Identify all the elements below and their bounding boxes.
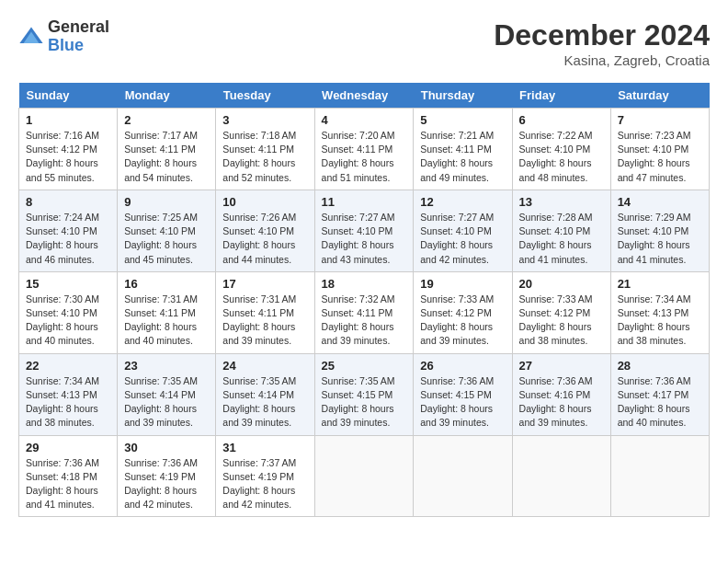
calendar-cell: 1 Sunrise: 7:16 AMSunset: 4:12 PMDayligh… xyxy=(19,109,118,190)
day-number: 30 xyxy=(124,441,209,454)
weekday-header-saturday: Saturday xyxy=(610,83,709,109)
calendar-cell: 12 Sunrise: 7:27 AMSunset: 4:10 PMDaylig… xyxy=(414,190,512,271)
day-info: Sunrise: 7:21 AMSunset: 4:11 PMDaylight:… xyxy=(420,129,505,185)
calendar-cell: 16 Sunrise: 7:31 AMSunset: 4:11 PMDaylig… xyxy=(118,271,216,353)
day-info: Sunrise: 7:36 AMSunset: 4:17 PMDaylight:… xyxy=(618,374,702,431)
day-number: 18 xyxy=(322,277,407,291)
day-info: Sunrise: 7:25 AMSunset: 4:10 PMDaylight:… xyxy=(124,211,209,267)
day-info: Sunrise: 7:27 AMSunset: 4:10 PMDaylight:… xyxy=(420,211,505,267)
calendar-cell: 7 Sunrise: 7:23 AMSunset: 4:10 PMDayligh… xyxy=(610,109,709,190)
day-number: 25 xyxy=(322,359,407,373)
day-number: 27 xyxy=(519,359,604,373)
calendar-cell: 11 Sunrise: 7:27 AMSunset: 4:10 PMDaylig… xyxy=(314,190,414,271)
weekday-header-friday: Friday xyxy=(512,83,610,109)
day-number: 7 xyxy=(618,113,702,127)
day-info: Sunrise: 7:34 AMSunset: 4:13 PMDaylight:… xyxy=(618,293,702,349)
month-title: December 2024 xyxy=(494,18,710,52)
day-info: Sunrise: 7:36 AMSunset: 4:15 PMDaylight:… xyxy=(420,374,505,431)
calendar-cell: 27 Sunrise: 7:36 AMSunset: 4:16 PMDaylig… xyxy=(512,353,610,435)
calendar-cell: 23 Sunrise: 7:35 AMSunset: 4:14 PMDaylig… xyxy=(118,353,216,435)
day-number: 15 xyxy=(26,277,110,291)
calendar-cell: 4 Sunrise: 7:20 AMSunset: 4:11 PMDayligh… xyxy=(314,109,414,190)
logo-blue: Blue xyxy=(48,37,109,55)
calendar-cell: 24 Sunrise: 7:35 AMSunset: 4:14 PMDaylig… xyxy=(216,353,314,435)
calendar-cell: 28 Sunrise: 7:36 AMSunset: 4:17 PMDaylig… xyxy=(610,353,709,435)
weekday-header-monday: Monday xyxy=(118,83,216,109)
calendar-cell: 13 Sunrise: 7:28 AMSunset: 4:10 PMDaylig… xyxy=(512,190,610,271)
day-info: Sunrise: 7:36 AMSunset: 4:16 PMDaylight:… xyxy=(519,374,604,431)
day-info: Sunrise: 7:36 AMSunset: 4:19 PMDaylight:… xyxy=(124,456,209,512)
day-info: Sunrise: 7:16 AMSunset: 4:12 PMDaylight:… xyxy=(26,129,110,185)
logo-general: General xyxy=(48,18,109,37)
calendar-cell: 21 Sunrise: 7:34 AMSunset: 4:13 PMDaylig… xyxy=(610,271,709,353)
day-info: Sunrise: 7:33 AMSunset: 4:12 PMDaylight:… xyxy=(420,293,505,349)
calendar-cell: 17 Sunrise: 7:31 AMSunset: 4:11 PMDaylig… xyxy=(216,271,314,353)
calendar-week-3: 15 Sunrise: 7:30 AMSunset: 4:10 PMDaylig… xyxy=(19,271,710,353)
calendar-week-2: 8 Sunrise: 7:24 AMSunset: 4:10 PMDayligh… xyxy=(19,190,710,271)
weekday-header-sunday: Sunday xyxy=(19,83,118,109)
day-info: Sunrise: 7:37 AMSunset: 4:19 PMDaylight:… xyxy=(222,456,307,512)
calendar-cell: 22 Sunrise: 7:34 AMSunset: 4:13 PMDaylig… xyxy=(19,353,118,435)
logo-icon xyxy=(18,24,44,50)
day-info: Sunrise: 7:35 AMSunset: 4:15 PMDaylight:… xyxy=(322,374,407,431)
day-number: 16 xyxy=(124,277,209,291)
calendar-cell: 8 Sunrise: 7:24 AMSunset: 4:10 PMDayligh… xyxy=(19,190,118,271)
calendar-cell: 3 Sunrise: 7:18 AMSunset: 4:11 PMDayligh… xyxy=(216,109,314,190)
day-info: Sunrise: 7:35 AMSunset: 4:14 PMDaylight:… xyxy=(222,374,307,431)
day-info: Sunrise: 7:23 AMSunset: 4:10 PMDaylight:… xyxy=(618,129,702,185)
calendar-cell xyxy=(512,435,610,517)
logo: General Blue xyxy=(18,18,109,55)
calendar-week-4: 22 Sunrise: 7:34 AMSunset: 4:13 PMDaylig… xyxy=(19,353,710,435)
day-info: Sunrise: 7:31 AMSunset: 4:11 PMDaylight:… xyxy=(124,293,209,349)
day-number: 10 xyxy=(222,195,307,209)
calendar-cell: 14 Sunrise: 7:29 AMSunset: 4:10 PMDaylig… xyxy=(610,190,709,271)
day-number: 2 xyxy=(124,113,209,127)
calendar-cell: 5 Sunrise: 7:21 AMSunset: 4:11 PMDayligh… xyxy=(414,109,512,190)
calendar-cell: 19 Sunrise: 7:33 AMSunset: 4:12 PMDaylig… xyxy=(414,271,512,353)
calendar: SundayMondayTuesdayWednesdayThursdayFrid… xyxy=(18,83,710,517)
day-info: Sunrise: 7:31 AMSunset: 4:11 PMDaylight:… xyxy=(222,293,307,349)
day-info: Sunrise: 7:24 AMSunset: 4:10 PMDaylight:… xyxy=(26,211,110,267)
day-number: 1 xyxy=(26,113,110,127)
calendar-cell: 9 Sunrise: 7:25 AMSunset: 4:10 PMDayligh… xyxy=(118,190,216,271)
day-number: 31 xyxy=(222,441,307,454)
title-block: December 2024 Kasina, Zagreb, Croatia xyxy=(494,18,710,68)
weekday-header-row: SundayMondayTuesdayWednesdayThursdayFrid… xyxy=(19,83,710,109)
day-info: Sunrise: 7:34 AMSunset: 4:13 PMDaylight:… xyxy=(26,374,110,431)
logo-text: General Blue xyxy=(48,18,109,55)
day-info: Sunrise: 7:22 AMSunset: 4:10 PMDaylight:… xyxy=(519,129,604,185)
day-number: 22 xyxy=(26,359,110,373)
day-info: Sunrise: 7:27 AMSunset: 4:10 PMDaylight:… xyxy=(322,211,407,267)
day-info: Sunrise: 7:26 AMSunset: 4:10 PMDaylight:… xyxy=(222,211,307,267)
day-number: 28 xyxy=(618,359,702,373)
calendar-cell: 2 Sunrise: 7:17 AMSunset: 4:11 PMDayligh… xyxy=(118,109,216,190)
day-info: Sunrise: 7:17 AMSunset: 4:11 PMDaylight:… xyxy=(124,129,209,185)
day-number: 5 xyxy=(420,113,505,127)
calendar-cell xyxy=(610,435,709,517)
page-header: General Blue December 2024 Kasina, Zagre… xyxy=(18,18,710,68)
calendar-week-1: 1 Sunrise: 7:16 AMSunset: 4:12 PMDayligh… xyxy=(19,109,710,190)
day-info: Sunrise: 7:28 AMSunset: 4:10 PMDaylight:… xyxy=(519,211,604,267)
calendar-cell: 15 Sunrise: 7:30 AMSunset: 4:10 PMDaylig… xyxy=(19,271,118,353)
day-info: Sunrise: 7:36 AMSunset: 4:18 PMDaylight:… xyxy=(26,456,110,512)
day-number: 11 xyxy=(322,195,407,209)
calendar-cell: 30 Sunrise: 7:36 AMSunset: 4:19 PMDaylig… xyxy=(118,435,216,517)
day-number: 14 xyxy=(618,195,702,209)
day-number: 6 xyxy=(519,113,604,127)
day-number: 8 xyxy=(26,195,110,209)
calendar-cell: 20 Sunrise: 7:33 AMSunset: 4:12 PMDaylig… xyxy=(512,271,610,353)
day-info: Sunrise: 7:29 AMSunset: 4:10 PMDaylight:… xyxy=(618,211,702,267)
day-number: 19 xyxy=(420,277,505,291)
day-info: Sunrise: 7:20 AMSunset: 4:11 PMDaylight:… xyxy=(322,129,407,185)
day-number: 17 xyxy=(222,277,307,291)
day-number: 26 xyxy=(420,359,505,373)
calendar-cell xyxy=(314,435,414,517)
calendar-cell: 29 Sunrise: 7:36 AMSunset: 4:18 PMDaylig… xyxy=(19,435,118,517)
calendar-cell: 26 Sunrise: 7:36 AMSunset: 4:15 PMDaylig… xyxy=(414,353,512,435)
day-info: Sunrise: 7:30 AMSunset: 4:10 PMDaylight:… xyxy=(26,293,110,349)
weekday-header-wednesday: Wednesday xyxy=(314,83,414,109)
calendar-cell: 6 Sunrise: 7:22 AMSunset: 4:10 PMDayligh… xyxy=(512,109,610,190)
location: Kasina, Zagreb, Croatia xyxy=(494,52,710,68)
day-number: 29 xyxy=(26,441,110,454)
day-number: 9 xyxy=(124,195,209,209)
